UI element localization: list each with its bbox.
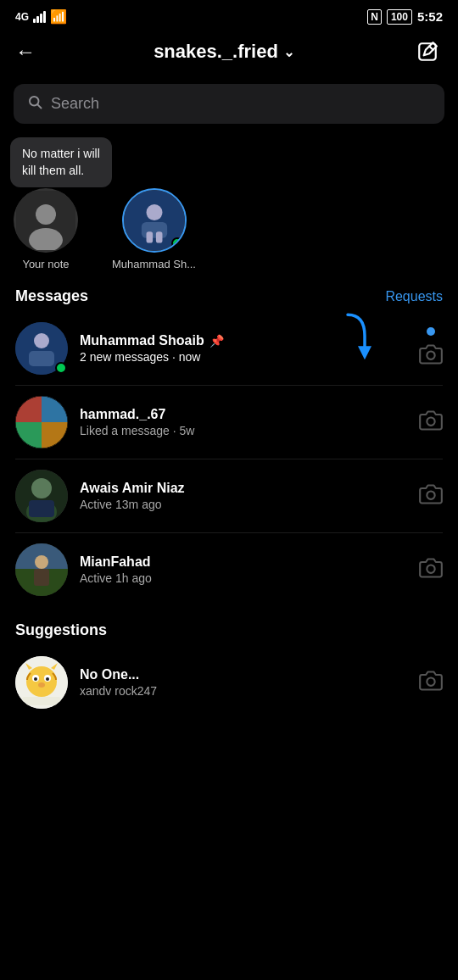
svg-point-15: [427, 352, 434, 359]
svg-rect-32: [34, 569, 49, 586]
avatar-wrapper: [15, 656, 68, 709]
svg-point-4: [36, 204, 56, 225]
avatar-wrapper: [15, 396, 68, 448]
svg-point-7: [146, 204, 162, 220]
online-indicator: [171, 237, 183, 249]
svg-point-12: [34, 333, 49, 348]
camera-button[interactable]: [419, 482, 443, 509]
svg-rect-10: [155, 231, 162, 242]
story-label-muhammad: Muhammad Sh...: [112, 258, 196, 270]
message-name: MianFahad: [80, 554, 407, 570]
header: ← snakes._.fried ⌄: [0, 30, 458, 79]
chevron-down-icon[interactable]: ⌄: [283, 44, 294, 60]
muhammad-story-avatar: [122, 188, 187, 253]
battery-icon: 100: [387, 9, 412, 25]
message-item[interactable]: Awais Amir Niaz Active 13m ago: [0, 459, 458, 532]
camera-button[interactable]: [419, 556, 443, 583]
carrier-text: 4G: [15, 11, 29, 23]
message-name: Awais Amir Niaz: [80, 481, 407, 496]
avatar: [15, 470, 68, 522]
svg-point-24: [31, 478, 52, 498]
story-label-your-note: Your note: [22, 258, 69, 270]
messages-title: Messages: [15, 287, 88, 305]
message-right: [419, 409, 443, 436]
svg-point-42: [427, 678, 434, 686]
svg-rect-13: [29, 351, 54, 366]
svg-point-33: [427, 565, 434, 573]
message-right: [419, 327, 443, 370]
message-content: Awais Amir Niaz Active 13m ago: [80, 481, 407, 511]
edit-button[interactable]: [412, 36, 443, 67]
svg-marker-14: [358, 346, 371, 359]
message-name: No One...: [80, 667, 407, 682]
arrow-annotation: [339, 310, 373, 365]
status-right: N 100 5:52: [367, 9, 443, 25]
status-left: 4G 📶: [15, 8, 67, 25]
camera-button[interactable]: [419, 409, 443, 436]
message-item[interactable]: hammad._.67 Liked a message · 5w: [0, 386, 458, 459]
tooltip-bubble: No matter i will kill them all.: [10, 137, 112, 187]
header-title: snakes._.fried ⌄: [154, 41, 294, 63]
pin-icon: 📌: [209, 334, 224, 348]
message-name: hammad._.67: [80, 407, 407, 422]
wifi-icon: 📶: [50, 8, 67, 25]
svg-rect-41: [22, 697, 61, 705]
message-right: [419, 482, 443, 509]
search-placeholder: Search: [51, 95, 99, 113]
svg-point-35: [26, 666, 57, 697]
svg-point-22: [427, 418, 434, 426]
svg-point-38: [34, 677, 37, 681]
svg-point-31: [35, 555, 48, 569]
camera-button[interactable]: [419, 669, 443, 696]
message-item[interactable]: MianFahad Active 1h ago: [0, 533, 458, 606]
message-content: hammad._.67 Liked a message · 5w: [80, 407, 407, 437]
story-item-your-note[interactable]: Your note: [14, 188, 78, 270]
message-item[interactable]: Muhammad Shoaib 📌 2 new messages · now: [0, 312, 458, 385]
search-icon: [27, 94, 42, 114]
svg-point-40: [38, 682, 45, 688]
svg-rect-0: [419, 43, 436, 60]
svg-rect-26: [29, 500, 54, 517]
your-note-avatar: [14, 188, 78, 253]
avatar: [15, 543, 68, 596]
requests-button[interactable]: Requests: [385, 289, 443, 304]
time-display: 5:52: [417, 9, 443, 24]
nfc-icon: N: [367, 9, 382, 25]
message-content: MianFahad Active 1h ago: [80, 554, 407, 585]
svg-rect-9: [146, 231, 153, 242]
signal-bars: [33, 11, 46, 23]
message-preview: Liked a message · 5w: [80, 424, 407, 437]
suggestions-section: Suggestions: [0, 606, 458, 719]
messages-section-header: Messages Requests: [0, 279, 458, 312]
avatar: [15, 656, 68, 709]
story-item-muhammad[interactable]: Muhammad Sh...: [112, 188, 196, 270]
camera-button[interactable]: [419, 342, 443, 370]
back-button[interactable]: ←: [15, 40, 36, 64]
avatar-wrapper: [15, 470, 68, 522]
online-dot: [55, 362, 67, 374]
avatar-wrapper: [15, 322, 68, 375]
message-list: Muhammad Shoaib 📌 2 new messages · now: [0, 312, 458, 606]
suggestions-title: Suggestions: [15, 621, 107, 639]
message-preview: Active 13m ago: [80, 498, 407, 511]
suggestion-item[interactable]: No One... xandv rock247: [0, 646, 458, 719]
message-right: [419, 669, 443, 696]
svg-line-2: [37, 104, 41, 108]
message-preview: xandv rock247: [80, 684, 407, 698]
avatar: [15, 396, 68, 448]
svg-point-27: [427, 492, 434, 499]
svg-rect-8: [141, 222, 166, 238]
search-bar[interactable]: Search: [14, 84, 444, 124]
svg-point-39: [46, 677, 49, 681]
message-content: No One... xandv rock247: [80, 667, 407, 698]
stories-row: No matter i will kill them all. Your not…: [0, 137, 458, 279]
status-bar: 4G 📶 N 100 5:52: [0, 0, 458, 30]
unread-dot: [427, 327, 435, 336]
avatar-wrapper: [15, 543, 68, 596]
message-right: [419, 556, 443, 583]
suggestions-header: Suggestions: [0, 613, 458, 646]
username-label: snakes._.fried: [154, 41, 278, 63]
message-preview: Active 1h ago: [80, 571, 407, 585]
